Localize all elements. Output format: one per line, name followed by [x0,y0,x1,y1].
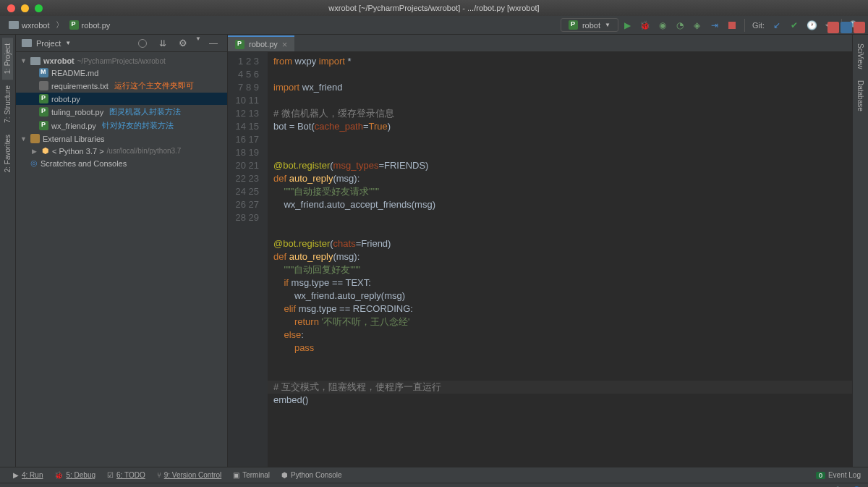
tree-file[interactable]: wx_friend.py针对好友的封装方法 [16,119,227,132]
right-tool-tabs: SciViewDatabase [852,35,868,467]
project-tree[interactable]: ▼ wxrobot ~/PycharmProjects/wxrobot READ… [16,52,227,172]
expand-arrow-icon[interactable]: ▶ [32,148,39,155]
external-libraries[interactable]: ▼ External Libraries [16,132,227,145]
run-toolwindow[interactable]: ▶ 4: Run [7,471,48,479]
chevron-down-icon[interactable]: ▼ [195,35,201,51]
code-area[interactable]: 1 2 3 4 5 6 7 8 9 10 11 12 13 14 15 16 1… [228,52,852,467]
toolbox-icon[interactable] [854,22,865,33]
right-tab[interactable]: Database [855,75,866,117]
python-file-icon [569,20,578,30]
gear-icon[interactable]: ⚙ [175,35,191,51]
hide-icon[interactable]: — [205,35,221,51]
tree-file[interactable]: tuling_robot.py图灵机器人封装方法 [16,105,227,119]
expand-arrow-icon[interactable]: ▼ [20,57,27,64]
maximize-window-icon[interactable] [35,4,43,12]
breadcrumb[interactable]: wxrobot 〉 robot.py [6,19,113,31]
md-file-icon [39,68,48,77]
chevron-right-icon: 〉 [56,20,64,30]
scratches[interactable]: ◎ Scratches and Consoles [16,157,227,169]
chevron-down-icon[interactable]: ▼ [65,40,71,46]
file-name: requirements.txt [51,82,109,90]
left-tab[interactable]: 2: Favorites [2,129,13,178]
run-config-name: robot [582,21,600,30]
event-log[interactable]: 0 Event Log [816,471,861,479]
annotation: 图灵机器人封装方法 [109,106,181,117]
debug-button[interactable]: 🐞 [637,17,653,33]
breadcrumb-project: wxrobot [22,21,50,30]
file-name: README.md [51,69,98,77]
minimize-window-icon[interactable] [21,4,29,12]
file-name: wx_friend.py [51,122,96,130]
tree-file[interactable]: robot.py [16,93,227,105]
bottom-toolbar: ▶ 4: Run 🐞 5: Debug ☑ 6: TODO ⑂ 9: Versi… [0,467,868,483]
history-button[interactable]: 🕐 [804,17,820,33]
profile-button[interactable]: ◔ [672,17,688,33]
left-tool-tabs: 1: Project7: Structure2: Favorites [0,35,16,467]
python-icon: ⬢ [42,146,49,156]
annotation: 针对好友的封装方法 [102,120,174,131]
titlebar: wxrobot [~/PycharmProjects/wxrobot] - ..… [0,0,868,16]
editor-tab[interactable]: robot.py × [228,35,294,51]
event-badge: 0 [816,472,825,479]
stop-button[interactable] [724,17,740,33]
expand-arrow-icon[interactable]: ▼ [20,135,27,143]
folder-icon [30,57,41,65]
py-file-icon [39,121,48,130]
statusbar: ☐ Branch dev-tuling was created (today 1… [0,483,868,487]
update-project-button[interactable]: ↙ [769,17,785,33]
tree-root[interactable]: ▼ wxrobot ~/PycharmProjects/wxrobot [16,55,227,67]
locate-icon[interactable] [135,35,150,51]
library-icon [30,134,40,143]
left-tab[interactable]: 1: Project [2,38,13,80]
window-controls [7,4,43,12]
py-file-icon [39,94,48,103]
toolbox-icon[interactable] [827,22,839,33]
terminal-toolwindow[interactable]: ▣ Terminal [227,471,276,479]
python-path: /usr/local/bin/python3.7 [107,147,182,155]
tree-file[interactable]: requirements.txt运行这个主文件夹即可 [16,79,227,93]
folder-icon [22,39,32,47]
debug-toolwindow[interactable]: 🐞 5: Debug [48,471,101,479]
navbar: wxrobot 〉 robot.py robot ▼ ▶ 🐞 ◉ ◔ ◈ ⇥ G… [0,16,868,35]
toolbox-icon[interactable] [841,22,852,33]
collapse-all-icon[interactable]: ⇊ [155,35,171,51]
project-sidebar: Project ▼ ⇊ ⚙ ▼ — ▼ wxrobot ~/PycharmPro… [16,35,228,467]
scratches-icon: ◎ [30,158,38,168]
concurrency-button[interactable]: ◈ [689,17,705,33]
right-tab[interactable]: SciView [855,38,866,75]
tab-name: robot.py [249,40,278,48]
python-console-toolwindow[interactable]: ⬢ Python Console [276,471,348,479]
close-tab-icon[interactable]: × [282,39,288,50]
tree-file[interactable]: README.md [16,67,227,79]
python-file-icon [235,40,244,49]
run-coverage-button[interactable]: ◉ [655,17,671,33]
scratches-label: Scratches and Consoles [41,159,127,168]
python-sdk[interactable]: ▶ ⬢ < Python 3.7 > /usr/local/bin/python… [16,145,227,157]
run-config-selector[interactable]: robot ▼ [561,18,618,32]
external-label: External Libraries [43,135,105,143]
file-name: robot.py [51,95,80,103]
sidebar-title[interactable]: Project [36,39,61,48]
toolbox-icons [827,22,865,33]
vcs-toolwindow[interactable]: ⑂ 9: Version Control [151,471,228,479]
gutter[interactable]: 1 2 3 4 5 6 7 8 9 10 11 12 13 14 15 16 1… [228,52,268,467]
run-button[interactable]: ▶ [620,17,636,33]
left-tab[interactable]: 7: Structure [2,80,13,129]
todo-toolwindow[interactable]: ☑ 6: TODO [101,471,151,479]
editor: robot.py × 1 2 3 4 5 6 7 8 9 10 11 12 13… [228,35,852,467]
python-file-icon [69,20,79,30]
attach-button[interactable]: ⇥ [707,17,723,33]
commit-button[interactable]: ✔ [786,17,802,33]
close-window-icon[interactable] [7,4,15,12]
folder-icon [9,21,19,29]
git-label: Git: [752,21,765,30]
annotation: 运行这个主文件夹即可 [114,80,194,91]
code[interactable]: from wxpy import * import wx_friend # 微信… [268,52,852,467]
chevron-down-icon: ▼ [605,22,610,28]
sidebar-header: Project ▼ ⇊ ⚙ ▼ — [16,35,227,52]
file-name: tuling_robot.py [51,108,103,117]
root-name: wxrobot [43,56,75,65]
breadcrumb-file: robot.py [82,21,111,30]
python-name: < Python 3.7 > [52,147,104,156]
txt-file-icon [39,81,48,90]
